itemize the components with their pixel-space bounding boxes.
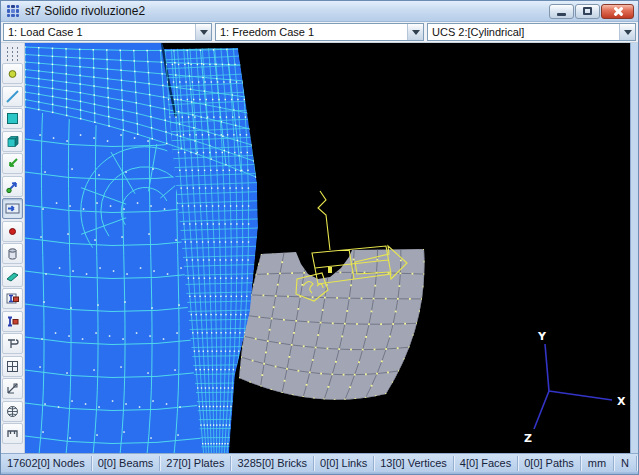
bricks-count: 3285[0] Bricks <box>231 456 314 471</box>
ibeam-redbox-icon <box>5 314 20 329</box>
window-title: st7 Solido rivoluzione2 <box>25 4 549 18</box>
node-attribute-button[interactable] <box>2 221 23 242</box>
axis-label-z: Z <box>524 432 532 445</box>
model-viewport[interactable]: XYZ <box>25 43 630 453</box>
entity-toolbar <box>1 43 25 453</box>
circle-grid-icon <box>5 404 20 419</box>
grid-4cell-button[interactable] <box>2 356 23 377</box>
close-button[interactable] <box>601 4 634 19</box>
vertex-select-button[interactable] <box>2 176 23 197</box>
maximize-icon <box>583 7 592 15</box>
unit-length: mm <box>581 456 614 471</box>
statusbar: 17602[0] Nodes 0[0] Beams 27[0] Plates 3… <box>1 453 638 472</box>
cylinder-icon <box>5 246 20 261</box>
paths-count: 0[0] Paths <box>518 456 581 471</box>
beam-icon <box>5 89 20 104</box>
face-select-button[interactable] <box>2 198 23 219</box>
link-select-button[interactable] <box>2 153 23 174</box>
face-arrow-icon <box>5 201 20 216</box>
clamp-glyph-icon <box>5 336 20 351</box>
ucs-combobox[interactable]: UCS 2:[Cylindrical] <box>427 23 636 41</box>
plates-count: 27[0] Plates <box>160 456 231 471</box>
selection-grip-icon[interactable] <box>4 45 22 61</box>
brick-property-button[interactable] <box>2 311 23 332</box>
vertex-icon <box>5 179 20 194</box>
window-right-frame <box>630 43 638 453</box>
clamp-button[interactable] <box>2 423 23 444</box>
load-case-value: 1: Load Case 1 <box>4 26 195 38</box>
titlebar[interactable]: st7 Solido rivoluzione2 <box>1 1 638 22</box>
vertices-count: 13[0] Vertices <box>374 456 454 471</box>
solid-mesh <box>25 43 259 453</box>
model-canvas: XYZ <box>25 43 630 453</box>
bracket-icon <box>5 426 20 441</box>
links-count: 0[0] Links <box>314 456 374 471</box>
parallelogram-icon <box>5 269 20 284</box>
maximize-button[interactable] <box>575 4 600 19</box>
app-window: st7 Solido rivoluzione2 1: Load Case 1 1… <box>0 0 639 475</box>
unit-force: N <box>614 456 637 471</box>
minimize-icon <box>557 13 566 16</box>
ucs-value: UCS 2:[Cylindrical] <box>428 26 619 38</box>
close-icon <box>612 6 623 17</box>
grid-icon <box>5 359 20 374</box>
attachment-button[interactable] <box>2 333 23 354</box>
red-node-icon <box>5 224 20 239</box>
app-icon <box>6 4 20 18</box>
brick-select-button[interactable] <box>2 131 23 152</box>
chevron-down-icon[interactable] <box>195 24 211 40</box>
minimize-button[interactable] <box>549 4 574 19</box>
chevron-down-icon[interactable] <box>407 24 423 40</box>
node-select-button[interactable] <box>2 63 23 84</box>
plate-icon <box>5 111 20 126</box>
axis-label-y: Y <box>537 330 547 343</box>
beam-property-button[interactable] <box>2 288 23 309</box>
node-icon <box>5 66 20 81</box>
faces-count: 4[0] Faces <box>454 456 518 471</box>
circle-grid-button[interactable] <box>2 401 23 422</box>
axis-label-x: X <box>617 395 626 408</box>
freedom-case-combobox[interactable]: 1: Freedom Case 1 <box>215 23 424 41</box>
plate-select-button[interactable] <box>2 108 23 129</box>
beam-select-button[interactable] <box>2 86 23 107</box>
axis-triad: XYZ <box>524 330 626 445</box>
quad-plate-button[interactable] <box>2 266 23 287</box>
chevron-down-icon[interactable] <box>619 24 635 40</box>
brick-icon <box>5 134 20 149</box>
case-toolbar: 1: Load Case 1 1: Freedom Case 1 UCS 2:[… <box>1 22 638 43</box>
ibeam-red-icon <box>5 291 20 306</box>
link-icon <box>5 156 20 171</box>
nodes-count: 17602[0] Nodes <box>1 456 92 471</box>
beams-count: 0[0] Beams <box>92 456 161 471</box>
freedom-case-value: 1: Freedom Case 1 <box>216 26 407 38</box>
ucs-glyph-button[interactable] <box>2 378 23 399</box>
ucs-icon <box>5 381 20 396</box>
cylinder-brick-button[interactable] <box>2 243 23 264</box>
load-case-combobox[interactable]: 1: Load Case 1 <box>3 23 212 41</box>
